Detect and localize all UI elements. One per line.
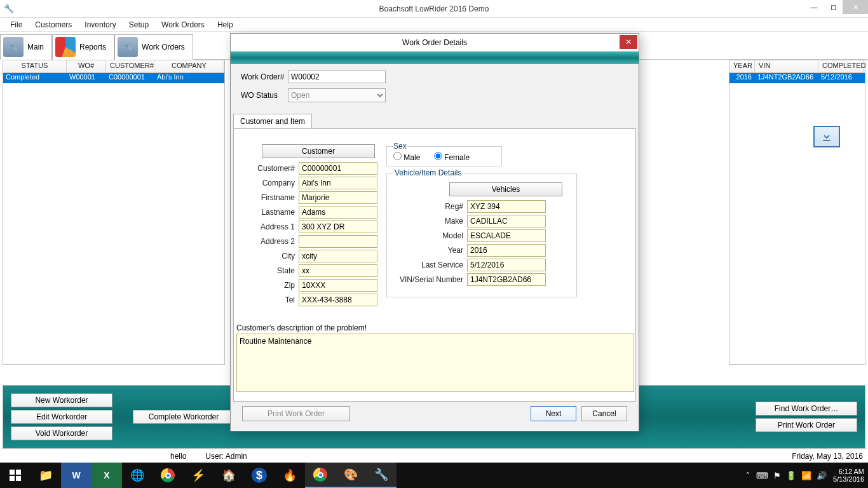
reg-input[interactable] xyxy=(467,200,546,213)
dollar-icon[interactable]: $ xyxy=(244,463,275,488)
start-button[interactable] xyxy=(0,463,31,488)
flag-icon[interactable]: ⚑ xyxy=(773,471,781,480)
house-icon[interactable]: 🏠 xyxy=(214,463,244,488)
sex-legend: Sex xyxy=(393,142,407,151)
col-wo[interactable]: WO# xyxy=(67,60,106,72)
make-label: Make xyxy=(393,217,463,226)
vehicles-button[interactable]: Vehicles xyxy=(449,182,562,196)
tel-input[interactable] xyxy=(299,294,377,306)
menubar: File Customers Inventory Setup Work Orde… xyxy=(0,18,868,32)
paint-icon[interactable]: 🎨 xyxy=(336,463,366,488)
address2-label: Address 2 xyxy=(249,237,295,246)
zip-label: Zip xyxy=(249,281,295,290)
menu-inventory[interactable]: Inventory xyxy=(78,19,122,30)
address2-input[interactable] xyxy=(299,235,377,248)
model-input[interactable] xyxy=(467,229,546,242)
status-user: User: Admin xyxy=(205,452,247,461)
tab-work-orders[interactable]: 🔧 Work Orders xyxy=(114,34,193,60)
chrome-task-icon[interactable] xyxy=(305,463,336,488)
battery-icon[interactable]: 🔋 xyxy=(786,471,796,480)
tab-customer-item[interactable]: Customer and Item xyxy=(233,114,312,128)
customer-number-label: Customer# xyxy=(249,164,295,173)
year-label: Year xyxy=(393,246,463,255)
svg-rect-2 xyxy=(10,476,15,481)
close-button[interactable]: ✕ xyxy=(843,0,868,14)
zip-input[interactable] xyxy=(299,279,377,292)
col-customer[interactable]: CUSTOMER# xyxy=(106,60,154,72)
chrome-icon[interactable] xyxy=(153,463,183,488)
last-service-input[interactable] xyxy=(467,259,546,271)
vehicle-grid[interactable]: YEAR VIN COMPLETED 2016 1J4NT2GB2AD66 5/… xyxy=(729,60,865,365)
wo-status-select[interactable]: Open xyxy=(288,88,386,102)
menu-customers[interactable]: Customers xyxy=(29,19,78,30)
flame-icon[interactable]: 🔥 xyxy=(275,463,305,488)
svg-rect-3 xyxy=(16,476,21,481)
window-titlebar: 🔧 Boachsoft LowRider 2016 Demo — ◻ ✕ xyxy=(0,0,868,18)
wo-number-input[interactable] xyxy=(288,71,386,83)
dialog-cancel-button[interactable]: Cancel xyxy=(581,406,627,421)
menu-setup[interactable]: Setup xyxy=(123,19,155,30)
dialog-print-button[interactable]: Print Work Order xyxy=(242,406,350,421)
customer-button[interactable]: Customer xyxy=(262,144,375,158)
lastname-input[interactable] xyxy=(299,206,377,219)
excel-icon[interactable]: X xyxy=(92,463,122,488)
tab-main[interactable]: 🔧 Main xyxy=(0,34,52,60)
year-input[interactable] xyxy=(467,244,546,257)
complete-workorder-button[interactable]: Complete Workorder xyxy=(133,410,234,424)
tray-up-icon[interactable]: ˄ xyxy=(746,471,750,480)
maximize-button[interactable]: ◻ xyxy=(824,0,843,14)
col-completed[interactable]: COMPLETED xyxy=(818,60,864,72)
wifi-icon[interactable]: 📶 xyxy=(801,471,811,480)
status-date: Friday, May 13, 2016 xyxy=(792,452,863,461)
new-workorder-button[interactable]: New Workorder xyxy=(11,393,112,407)
download-icon xyxy=(820,130,833,143)
menu-help[interactable]: Help xyxy=(211,19,240,30)
sex-female-option[interactable]: Female xyxy=(434,153,470,162)
company-input[interactable] xyxy=(299,177,377,189)
word-icon[interactable]: W xyxy=(61,463,92,488)
last-service-label: Last Service xyxy=(393,261,463,269)
download-button[interactable] xyxy=(813,126,840,147)
address1-input[interactable] xyxy=(299,220,377,233)
window-title: Boachsoft LowRider 2016 Demo xyxy=(379,4,489,13)
vehicle-group: Vehicle/Item Details Vehicles Reg# Make … xyxy=(386,168,577,297)
tray-icons[interactable]: ⌨ ⚑ 🔋 📶 🔊 xyxy=(756,471,827,480)
edit-workorder-button[interactable]: Edit Workorder xyxy=(11,410,112,424)
tel-label: Tel xyxy=(249,295,295,304)
table-row[interactable]: 2016 1J4NT2GB2AD66 5/12/2016 xyxy=(729,73,865,83)
minimize-button[interactable]: — xyxy=(804,0,824,14)
city-label: City xyxy=(249,252,295,261)
menu-work-orders[interactable]: Work Orders xyxy=(155,19,211,30)
dialog-next-button[interactable]: Next xyxy=(531,406,576,421)
city-input[interactable] xyxy=(299,250,377,262)
col-vin[interactable]: VIN xyxy=(755,60,818,72)
void-workorder-button[interactable]: Void Workorder xyxy=(11,426,112,440)
work-orders-grid[interactable]: STATUS WO# CUSTOMER# COMPANY Completed W… xyxy=(3,60,225,365)
app-task-icon[interactable]: 🔧 xyxy=(366,463,397,488)
dialog-title: Work Order Details xyxy=(402,38,467,47)
volume-icon[interactable]: 🔊 xyxy=(817,471,827,480)
col-status[interactable]: STATUS xyxy=(3,60,67,72)
explorer-icon[interactable]: 📁 xyxy=(31,463,61,488)
col-company[interactable]: COMPANY xyxy=(154,60,224,72)
taskbar-clock[interactable]: 6:12 AM 5/13/2016 xyxy=(833,468,864,483)
ie-icon[interactable]: 🌐 xyxy=(122,463,153,488)
state-input[interactable] xyxy=(299,264,377,277)
dialog-close-button[interactable]: ✕ xyxy=(620,35,637,49)
sex-male-option[interactable]: Male xyxy=(393,153,420,162)
keyboard-icon[interactable]: ⌨ xyxy=(756,471,768,480)
description-textarea[interactable] xyxy=(236,334,634,392)
vin-input[interactable] xyxy=(467,273,546,286)
make-input[interactable] xyxy=(467,215,546,227)
print-workorder-button[interactable]: Print Work Order xyxy=(756,418,857,432)
tab-reports[interactable]: Reports xyxy=(52,34,114,60)
bolt-icon[interactable]: ⚡ xyxy=(183,463,214,488)
col-year[interactable]: YEAR xyxy=(729,60,755,72)
find-workorder-button[interactable]: Find Work Order… xyxy=(756,402,857,416)
menu-file[interactable]: File xyxy=(4,19,29,30)
firstname-input[interactable] xyxy=(299,191,377,204)
address1-label: Address 1 xyxy=(249,222,295,231)
status-bar: hello User: Admin Friday, May 13, 2016 xyxy=(0,449,868,463)
customer-number-input[interactable] xyxy=(299,162,377,175)
table-row[interactable]: Completed W00001 C00000001 Abi's Inn xyxy=(3,73,224,83)
